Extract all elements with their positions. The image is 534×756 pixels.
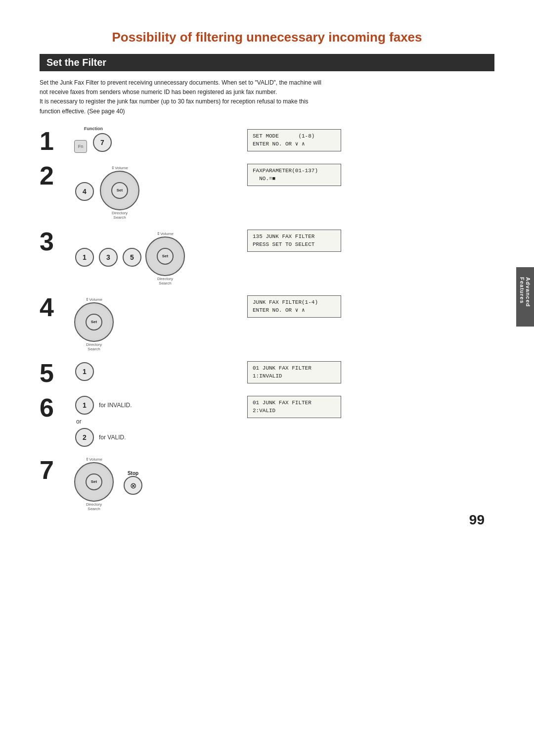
step-5-number: 5 — [40, 360, 74, 386]
step-4-right: JUNK FAX FILTER(1-4) ENTER NO. OR ∨ ∧ — [247, 292, 494, 318]
stop-group: Stop ⊗ — [124, 471, 142, 495]
nav-ring-4: Set — [74, 302, 114, 342]
step-3-lcd: 135 JUNK FAX FILTER PRESS SET TO SELECT — [247, 230, 341, 252]
step-7-controls: ⇕Volume Set DirectorySearch Stop ⊗ — [74, 455, 142, 511]
step-1-key[interactable]: 7 — [93, 133, 112, 152]
step-3: 3 1 3 5 ⇕Volume Set DirectorySearch — [40, 227, 494, 285]
step-6-left: 1 for INVALID. or 2 for VALID. — [74, 393, 232, 448]
nav-ring-3: Set — [145, 236, 185, 276]
or-text: or — [76, 418, 132, 425]
step-6-options: 1 for INVALID. or 2 for VALID. — [74, 395, 132, 448]
stop-button[interactable]: ⊗ — [124, 476, 142, 495]
function-label: Function — [84, 126, 103, 131]
step-3-left: 1 3 5 ⇕Volume Set DirectorySearch — [74, 227, 232, 285]
option-invalid-text: for INVALID. — [99, 402, 132, 409]
step-4-left: ⇕Volume Set DirectorySearch — [74, 292, 232, 351]
step-6-key2[interactable]: 2 — [75, 428, 94, 447]
step-7-nav: ⇕Volume Set DirectorySearch — [74, 457, 114, 511]
step-2-lcd: FAXPARAMETER(01-137) NO.=■ — [247, 164, 341, 186]
main-title: Possibility of filtering unnecessary inc… — [40, 30, 494, 45]
nav-ring-7: Set — [74, 462, 114, 502]
step-5-lcd: 01 JUNK FAX FILTER 1:INVALID — [247, 361, 341, 383]
step-2-key[interactable]: 4 — [75, 182, 94, 201]
side-tab: Advanced Features — [516, 267, 534, 327]
option-valid-text: for VALID. — [99, 434, 126, 441]
nav-set-btn-3[interactable]: Set — [157, 248, 174, 265]
step-5-left: 1 — [74, 358, 232, 382]
step-7-number: 7 — [40, 457, 74, 483]
step-3-nav: ⇕Volume Set DirectorySearch — [145, 232, 185, 285]
page-number: 99 — [469, 512, 485, 528]
step-2-left: 4 ⇕Volume Set DirectorySearch — [74, 161, 232, 220]
step-1-number: 1 — [40, 128, 74, 154]
step-3-key3[interactable]: 5 — [123, 248, 141, 267]
option-valid-row: 2 for VALID. — [74, 427, 132, 448]
step-4-nav: ⇕Volume Set DirectorySearch — [74, 297, 114, 351]
step-7: 7 ⇕Volume Set DirectorySearch — [40, 455, 494, 511]
step-7-left: ⇕Volume Set DirectorySearch Stop ⊗ — [74, 455, 232, 511]
step-5: 5 1 01 JUNK FAX FILTER 1:INVALID — [40, 358, 494, 386]
step-6-key1[interactable]: 1 — [75, 396, 94, 415]
step-3-key2[interactable]: 3 — [99, 248, 118, 267]
nav-set-btn[interactable]: Set — [111, 182, 128, 199]
step-2-nav: ⇕Volume Set DirectorySearch — [100, 166, 139, 220]
intro-text: Set the Junk Fax Filter to prevent recei… — [40, 78, 445, 116]
step-6-number: 6 — [40, 395, 74, 421]
step-4-lcd: JUNK FAX FILTER(1-4) ENTER NO. OR ∨ ∧ — [247, 295, 341, 318]
step-3-number: 3 — [40, 229, 74, 254]
step-5-key[interactable]: 1 — [75, 362, 94, 381]
section-header: Set the Filter — [40, 54, 494, 71]
step-3-key1[interactable]: 1 — [75, 248, 94, 267]
step-2: 2 4 ⇕Volume Set DirectorySearch — [40, 161, 494, 220]
step-2-number: 2 — [40, 163, 74, 189]
step-4: 4 ⇕Volume Set DirectorySearch — [40, 292, 494, 351]
step-5-right: 01 JUNK FAX FILTER 1:INVALID — [247, 358, 494, 383]
step-1-right: SET MODE (1-8) ENTER NO. OR ∨ ∧ — [247, 126, 494, 151]
step-1-left: Function Fn 7 — [74, 126, 232, 153]
nav-ring: Set — [100, 171, 139, 210]
step-1: 1 Function Fn 7 — [40, 126, 494, 154]
steps-area: 1 Function Fn 7 — [40, 126, 494, 518]
nav-set-btn-4[interactable]: Set — [86, 314, 102, 331]
option-invalid-row: 1 for INVALID. — [74, 395, 132, 416]
step-6-right: 01 JUNK FAX FILTER 2:VALID — [247, 393, 494, 418]
nav-set-btn-7[interactable]: Set — [86, 473, 102, 490]
step-2-right: FAXPARAMETER(01-137) NO.=■ — [247, 161, 494, 186]
step-1-lcd: SET MODE (1-8) ENTER NO. OR ∨ ∧ — [247, 129, 341, 151]
step-4-number: 4 — [40, 294, 74, 320]
stop-label: Stop — [128, 471, 138, 476]
step-6: 6 1 for INVALID. or — [40, 393, 494, 448]
step-6-lcd: 01 JUNK FAX FILTER 2:VALID — [247, 396, 341, 418]
step-3-right: 135 JUNK FAX FILTER PRESS SET TO SELECT — [247, 227, 494, 252]
